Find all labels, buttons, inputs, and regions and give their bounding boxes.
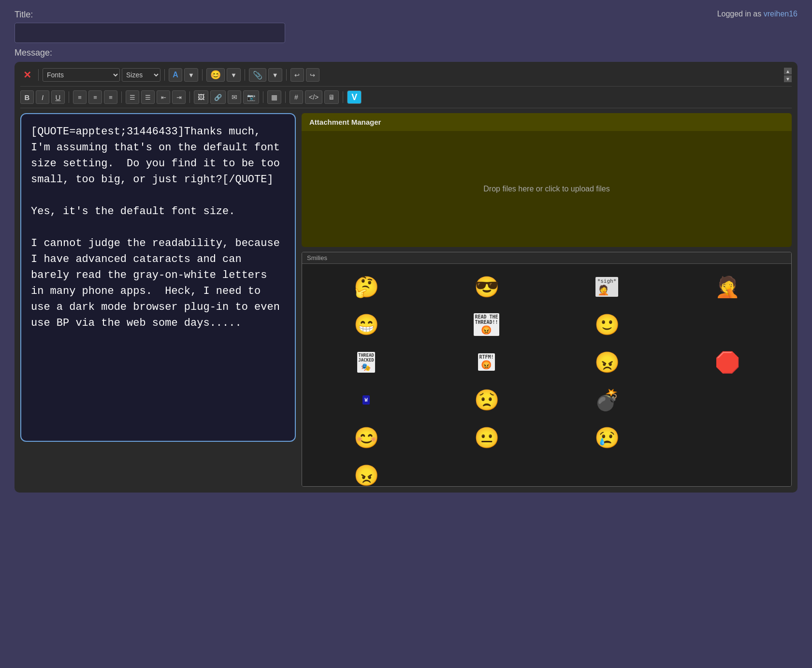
smilies-grid: 🤔 😎 *sigh*🤦 🤦 😁 bbox=[302, 264, 791, 486]
sad2-icon: 😢 bbox=[594, 426, 620, 450]
font-color-icon: A bbox=[173, 71, 178, 79]
indent-increase-button[interactable]: ⇥ bbox=[172, 90, 186, 104]
redo-icon: ↪ bbox=[310, 72, 315, 79]
smiley-empty3 bbox=[669, 421, 785, 454]
image-gif-icon: 🖼 bbox=[198, 93, 204, 101]
photo-icon: 📷 bbox=[247, 93, 255, 101]
smiley-word[interactable]: W bbox=[308, 383, 424, 417]
bold-button[interactable]: B bbox=[20, 90, 34, 104]
paperclip-icon: 📎 bbox=[253, 71, 262, 80]
smiley-empty6 bbox=[669, 458, 785, 486]
smiley-neutral[interactable]: 😐 bbox=[428, 421, 545, 454]
neutral-icon: 😐 bbox=[474, 426, 499, 450]
divider-4 bbox=[245, 69, 245, 81]
font-color-button[interactable]: A bbox=[169, 68, 182, 82]
smiley-happy[interactable]: 😊 bbox=[308, 421, 424, 454]
smiley-read-thread[interactable]: READ THETHREAD!!😡 bbox=[428, 307, 545, 341]
smiley-cool[interactable]: 😎 bbox=[428, 270, 545, 304]
font-color-dropdown[interactable]: ▼ bbox=[184, 68, 198, 82]
italic-button[interactable]: I bbox=[36, 90, 49, 104]
smiley-empty2 bbox=[669, 383, 785, 417]
smiley-thinking[interactable]: 🤔 bbox=[308, 270, 424, 304]
code-icon: </> bbox=[309, 93, 319, 101]
sigh-icon: *sigh*🤦 bbox=[595, 277, 619, 297]
list-ordered-button[interactable]: ☰ bbox=[141, 90, 155, 104]
smiley-sad2[interactable]: 😢 bbox=[549, 421, 665, 454]
vimeo-button[interactable]: V bbox=[347, 90, 362, 104]
email-button[interactable]: ✉ bbox=[228, 90, 241, 104]
word-icon: W bbox=[362, 395, 369, 405]
undo-icon: ↩ bbox=[294, 72, 300, 79]
align-right-icon: ≡ bbox=[109, 94, 113, 101]
align-center-button[interactable]: ≡ bbox=[88, 90, 102, 104]
code-button[interactable]: </> bbox=[305, 90, 322, 104]
toolbar-row1: ✕ Fonts Arial Times New Roman Courier Ne… bbox=[20, 68, 792, 87]
divider-1 bbox=[38, 69, 39, 81]
smiley-button[interactable]: 😊 bbox=[206, 68, 225, 82]
divider-11 bbox=[343, 91, 343, 103]
message-textarea[interactable] bbox=[20, 113, 296, 442]
underline-button[interactable]: U bbox=[51, 90, 65, 104]
indent-decrease-icon: ⇤ bbox=[161, 94, 166, 101]
special-char-button[interactable]: # bbox=[290, 90, 303, 104]
smiley-grin[interactable]: 😁 bbox=[308, 307, 424, 341]
align-left-button[interactable]: ≡ bbox=[73, 90, 87, 104]
close-button[interactable]: ✕ bbox=[20, 68, 34, 82]
smiley-dropdown[interactable]: ▼ bbox=[227, 68, 241, 82]
smiley-stop[interactable]: 🛑 bbox=[669, 345, 785, 379]
size-select[interactable]: Sizes 8 10 12 14 16 18 24 bbox=[122, 68, 160, 82]
logged-in-text: Logged in as vreihen16 bbox=[717, 10, 798, 18]
list-ordered-icon: ☰ bbox=[145, 94, 151, 101]
smiley-empty5 bbox=[549, 458, 665, 486]
smiley-empty1 bbox=[669, 307, 785, 341]
media-icon: 🖥 bbox=[328, 93, 335, 101]
list-unordered-icon: ☰ bbox=[130, 94, 135, 101]
smiley-smile[interactable]: 🙂 bbox=[549, 307, 665, 341]
redo-button[interactable]: ↪ bbox=[306, 68, 319, 82]
smiley-sad-sign[interactable]: 😟 bbox=[428, 383, 545, 417]
editor-container: ✕ Fonts Arial Times New Roman Courier Ne… bbox=[14, 62, 798, 493]
image-gif-button[interactable]: 🖼 bbox=[194, 90, 208, 104]
title-label: Title: bbox=[14, 10, 285, 20]
smiley-bomb[interactable]: 💣 bbox=[549, 383, 665, 417]
divider-8 bbox=[189, 91, 190, 103]
align-right-button[interactable]: ≡ bbox=[104, 90, 117, 104]
username-link[interactable]: vreihen16 bbox=[764, 10, 798, 18]
smiley-rtfm[interactable]: RTFM!😡 bbox=[428, 345, 545, 379]
smilies-header: Smilies bbox=[302, 252, 791, 264]
undo-button[interactable]: ↩ bbox=[290, 68, 304, 82]
smiley-facepalm[interactable]: 🤦 bbox=[669, 270, 785, 304]
link-icon: 🔗 bbox=[214, 94, 222, 101]
smile-icon: 🙂 bbox=[594, 313, 620, 336]
font-select[interactable]: Fonts Arial Times New Roman Courier New … bbox=[43, 68, 120, 82]
scroll-down-button[interactable]: ▼ bbox=[784, 75, 792, 82]
list-unordered-button[interactable]: ☰ bbox=[126, 90, 139, 104]
right-panel: Attachment Manager Drop files here or cl… bbox=[302, 113, 792, 487]
cool-icon: 😎 bbox=[474, 275, 499, 299]
smiley-angry2[interactable]: 😠 bbox=[308, 458, 424, 486]
attachment-drop-zone[interactable]: Drop files here or click to upload files bbox=[302, 131, 792, 247]
paperclip-button[interactable]: 📎 bbox=[249, 68, 266, 82]
indent-increase-icon: ⇥ bbox=[176, 94, 182, 101]
smiley-sigh[interactable]: *sigh*🤦 bbox=[549, 270, 665, 304]
indent-decrease-button[interactable]: ⇤ bbox=[157, 90, 170, 104]
scroll-up-button[interactable]: ▲ bbox=[784, 68, 792, 74]
smiley-thread-jacked[interactable]: THREADJACKED🎭 bbox=[308, 345, 424, 379]
paperclip-dropdown[interactable]: ▼ bbox=[268, 68, 282, 82]
smiley-empty4 bbox=[428, 458, 545, 486]
photo-button[interactable]: 📷 bbox=[243, 90, 259, 104]
angry-icon: 😠 bbox=[594, 350, 620, 374]
sad-sign-icon: 😟 bbox=[474, 388, 499, 412]
smiley-angry[interactable]: 😠 bbox=[549, 345, 665, 379]
bomb-icon: 💣 bbox=[594, 388, 620, 412]
thinking-icon: 🤔 bbox=[354, 275, 379, 299]
media-button[interactable]: 🖥 bbox=[324, 90, 339, 104]
divider-10 bbox=[285, 91, 286, 103]
align-center-icon: ≡ bbox=[93, 94, 97, 101]
divider-6 bbox=[69, 91, 69, 103]
divider-9 bbox=[263, 91, 263, 103]
table-icon: ▦ bbox=[271, 93, 277, 101]
title-input[interactable] bbox=[14, 23, 285, 43]
table-button[interactable]: ▦ bbox=[267, 90, 281, 104]
link-button[interactable]: 🔗 bbox=[210, 90, 226, 104]
